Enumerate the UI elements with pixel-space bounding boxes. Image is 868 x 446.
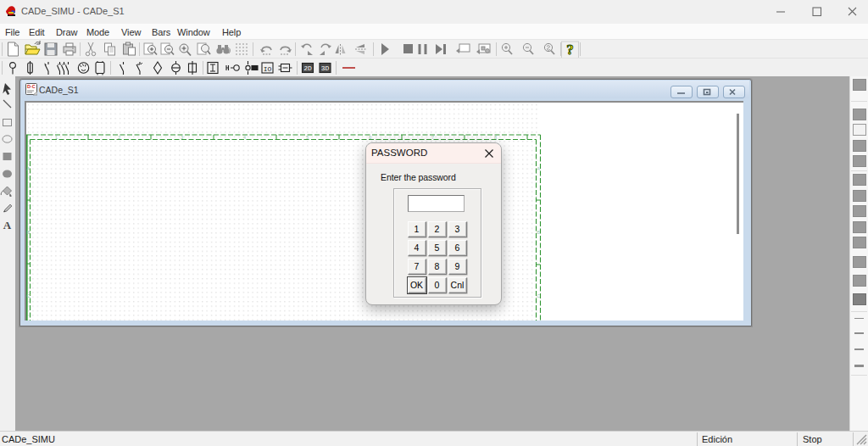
svg-text:2: 2 — [118, 135, 120, 140]
svg-text:D·C: D·C — [27, 84, 36, 89]
svg-text:A: A — [3, 219, 12, 231]
svg-text:6: 6 — [369, 135, 371, 140]
svg-text:2D: 2D — [303, 64, 312, 72]
svg-text:4: 4 — [243, 135, 246, 140]
svg-text:8: 8 — [494, 135, 497, 140]
svg-text:3: 3 — [181, 135, 183, 140]
svg-text:?: ? — [566, 42, 574, 58]
svg-text:B: B — [27, 230, 31, 235]
svg-text:7: 7 — [431, 135, 434, 140]
svg-text:B: B — [537, 230, 540, 235]
svg-text:A: A — [27, 166, 31, 171]
svg-text:1: 1 — [55, 135, 58, 140]
svg-text:C: C — [537, 293, 540, 298]
svg-text:C: C — [27, 293, 31, 298]
svg-text:3D: 3D — [321, 64, 330, 72]
svg-text:IO: IO — [264, 65, 272, 73]
svg-text:5: 5 — [306, 135, 309, 140]
svg-text:A: A — [537, 166, 540, 171]
